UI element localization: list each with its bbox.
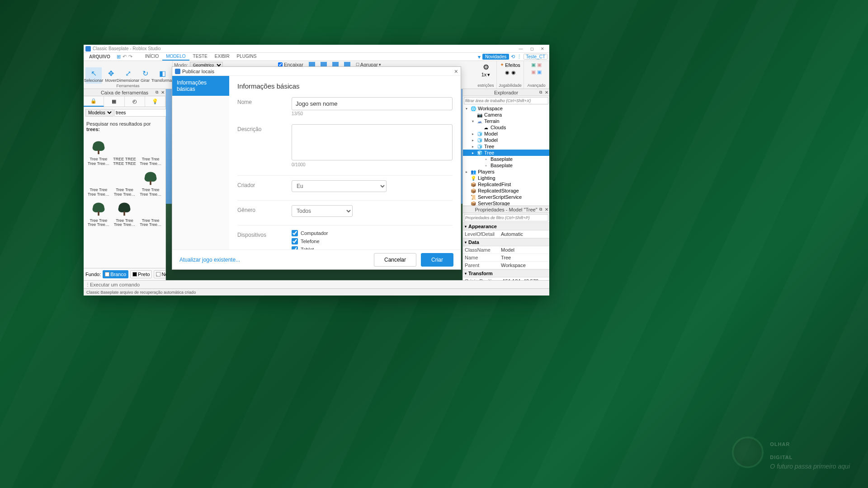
dialog-heading: Informações básicas [237,82,453,90]
explorer-node-baseplate[interactable]: ▫Baseplate [463,156,549,162]
menu-tab-modelo[interactable]: MODELO [162,53,189,61]
category-select[interactable]: Modelos [85,109,113,117]
novidades-button[interactable]: Novidades [482,54,509,60]
prop-row[interactable]: ParentWorkspace [463,262,549,269]
menu-tab-início[interactable]: INÍCIO [142,53,163,61]
menu-tab-plugins[interactable]: PLUGINS [233,53,260,61]
explorer-node-camera[interactable]: 📷Camera [463,112,549,118]
prop-row[interactable]: NameTree [463,254,549,262]
explorer-node-model[interactable]: ▸🧊Model [463,131,549,137]
name-char-count: 13/50 [292,111,453,116]
adv-icon[interactable]: ▣ [537,69,542,75]
update-existing-link[interactable]: Atualizar jogo existente... [179,257,240,263]
popout-icon[interactable]: ⧉ [539,90,542,95]
explorer-node-clouds[interactable]: ☁Clouds [463,124,549,131]
share-icon[interactable]: ⟲ [511,54,515,60]
bg-white-option[interactable]: Branco [103,270,128,278]
adv-icon[interactable]: ▣ [531,62,536,68]
tool-girar[interactable]: ↻Girar [137,67,153,84]
link-icon[interactable]: ⋮ [517,54,522,60]
creator-select[interactable]: Eu [292,180,387,192]
prop-row[interactable]: ClassNameModel [463,246,549,254]
genre-select[interactable]: Todos [292,205,353,217]
explorer-node-workspace[interactable]: ▾🌐Workspace [463,105,549,112]
device-telefone[interactable]: Telefone [292,238,453,244]
close-button[interactable]: ✕ [538,46,547,52]
toolbox-item[interactable]: Tree TreeTree Tree… [86,199,111,228]
menu-tab-exibir[interactable]: EXIBIR [211,53,233,61]
explorer-node-model[interactable]: ▸🧊Model [463,137,549,143]
toolbox-tab-grid[interactable]: ▦ [104,96,124,107]
creator-label: Criador [237,180,292,192]
svg-rect-7 [150,181,151,185]
properties-filter-input[interactable] [464,214,548,221]
cancel-button[interactable]: Cancelar [374,253,416,267]
explorer-node-players[interactable]: ▸👥Players [463,169,549,175]
toolbox-item[interactable]: Tree TreeTree Tree… [113,199,137,228]
window-title: Classic Baseplate - Roblox Studio [93,46,516,51]
explorer-node-tree[interactable]: ▸🧊Tree [463,143,549,150]
create-button[interactable]: Criar [421,253,453,267]
tool-selecionar[interactable]: ↖Selecionar [85,67,102,84]
explorer-panel: Explorador ⧉ ✕ ▾🌐Workspace📷Camera▾🗻Terra… [462,89,549,280]
menu-tab-teste[interactable]: TESTE [189,53,211,61]
toolbox-item[interactable]: TREE TREETREE TREE [113,137,137,166]
bg-black-option[interactable]: Preto [130,270,152,278]
toolbox-item[interactable]: Tree TreeTree Tree… [86,137,111,166]
qat-icon[interactable]: ↶ [123,54,127,60]
explorer-node-replicatedfirst[interactable]: 📦ReplicatedFirst [463,181,549,188]
close-icon[interactable]: ✕ [161,90,165,95]
qat-icon[interactable]: ⊞ [117,54,121,60]
effect-icon[interactable]: ◉ [511,70,516,75]
explorer-filter-input[interactable] [464,97,548,104]
prop-row[interactable]: LevelOfDetailAutomatic [463,230,549,238]
device-computador[interactable]: Computador [292,230,453,236]
sidebar-tab-basic-info[interactable]: Informações básicas [172,76,229,96]
explorer-node-terrain[interactable]: ▾🗻Terrain [463,118,549,124]
explorer-node-baseplate[interactable]: ▫Baseplate [463,162,549,169]
explorer-node-lighting[interactable]: 💡Lighting [463,175,549,181]
name-input[interactable] [292,97,453,110]
command-bar[interactable]: ⋮ Executar um comando [84,280,549,288]
toolbox-tab-ideas[interactable]: 💡 [145,96,165,107]
toolbox-item[interactable]: Tree TreeTree Tree… [86,168,111,197]
description-input[interactable] [292,124,453,160]
description-label: Descrição [237,124,292,167]
popout-icon[interactable]: ⧉ [156,90,158,95]
explorer-node-serverscriptservice[interactable]: 📜ServerScriptService [463,194,549,200]
collapse-icon[interactable]: ▾ [478,54,481,60]
dialog-close-button[interactable]: × [454,68,458,75]
popout-icon[interactable]: ⧉ [539,207,542,212]
maximize-button[interactable]: ◻ [527,46,537,52]
adv-icon[interactable]: ▣ [531,69,536,75]
prop-section-data[interactable]: ▾Data [463,238,549,246]
menu-file[interactable]: ARQUIVO [85,53,114,60]
devices-label: Dispositivos [237,230,292,249]
qat-icon[interactable]: ↷ [128,54,132,60]
adv-icon[interactable]: ▣ [537,62,542,68]
toolbox-item[interactable]: Tree TreeTree Tree… [138,199,163,228]
dialog-icon [175,69,180,74]
explorer-node-serverstorage[interactable]: 📦ServerStorage [463,200,549,206]
minimize-button[interactable]: — [516,46,526,52]
device-tablet[interactable]: Tablet [292,246,453,249]
explorer-node-tree[interactable]: ▸🧊Tree [463,150,549,156]
tool-transformar[interactable]: ◧Transformar [154,67,170,84]
tool-dimensionar[interactable]: ⤢Dimensionar [120,67,136,84]
bulb-icon: 💡 [152,99,158,104]
close-icon[interactable]: ✕ [545,207,548,212]
toolbox-item[interactable]: Tree TreeTree Tree… [113,168,137,197]
prop-section-transform[interactable]: ▾Transform [463,269,549,277]
toolbox-tab-recent[interactable]: ◴ [125,96,145,107]
toolbox-item[interactable]: Tree TreeTree Tree… [138,137,163,166]
genre-label: Gênero [237,205,292,217]
watermark-logo-icon [732,436,764,468]
close-icon[interactable]: ✕ [545,90,548,95]
generic-ribbon-icon[interactable]: ⚙ [481,62,491,72]
effect-icon[interactable]: ◉ [505,70,509,75]
explorer-node-replicatedstorage[interactable]: 📦ReplicatedStorage [463,188,549,194]
teste-ct-badge[interactable]: Teste_CT [524,54,547,60]
toolbox-item[interactable]: Tree TreeTree Tree… [138,168,163,197]
toolbox-tab-marketplace[interactable]: 🔒 [84,96,104,107]
prop-section-appearance[interactable]: ▾Appearance [463,222,549,230]
